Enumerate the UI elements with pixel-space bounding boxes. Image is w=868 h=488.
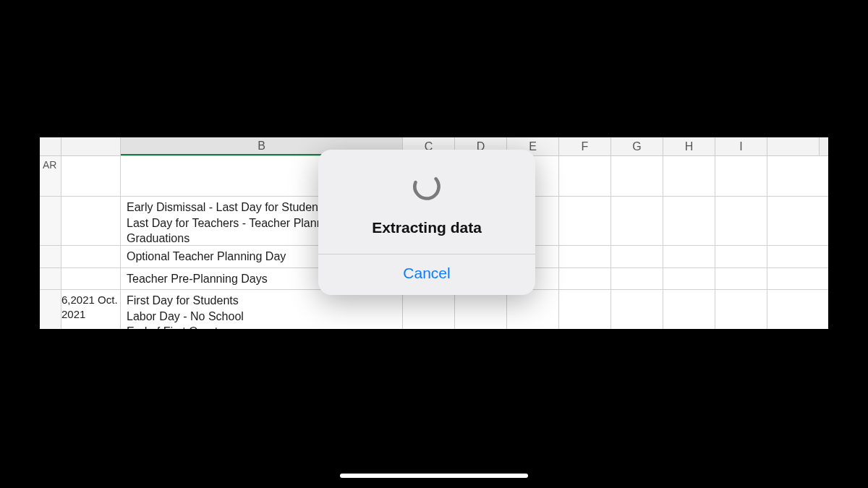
- cell-g[interactable]: [611, 290, 663, 329]
- row-header[interactable]: AR: [40, 156, 61, 196]
- cell-h[interactable]: [663, 156, 715, 196]
- cell-text: First Day for Students Labor Day - No Sc…: [127, 294, 244, 329]
- cell-i[interactable]: [715, 290, 767, 329]
- modal-title: Extracting data: [372, 219, 482, 236]
- row-header[interactable]: [40, 268, 61, 290]
- col-header-i[interactable]: I: [715, 137, 767, 155]
- cell-a[interactable]: [61, 197, 121, 245]
- cell-h[interactable]: [663, 246, 715, 267]
- cell-g[interactable]: [611, 246, 663, 267]
- cell-text: AR: [43, 159, 56, 171]
- row-header[interactable]: [40, 290, 61, 329]
- cell-a[interactable]: [61, 268, 121, 290]
- cell-e[interactable]: [507, 290, 559, 329]
- cell-d[interactable]: [455, 290, 507, 329]
- row-header[interactable]: [40, 197, 61, 245]
- cell-f[interactable]: [559, 290, 611, 329]
- cell-h[interactable]: [663, 290, 715, 329]
- col-header-trailing: [767, 137, 820, 155]
- cell-c[interactable]: [403, 290, 455, 329]
- modal-body: Extracting data: [318, 150, 535, 254]
- cell-f[interactable]: [559, 246, 611, 267]
- cell-g[interactable]: [611, 197, 663, 245]
- cell-a[interactable]: 6,2021 Oct. 2021: [61, 290, 121, 329]
- col-header-f[interactable]: F: [559, 137, 611, 155]
- cell-b[interactable]: First Day for Students Labor Day - No Sc…: [121, 290, 403, 329]
- cancel-button[interactable]: Cancel: [318, 254, 535, 295]
- spinner-icon: [410, 170, 443, 203]
- extracting-data-modal: Extracting data Cancel: [318, 150, 535, 295]
- cell-f[interactable]: [559, 197, 611, 245]
- table-row: 6,2021 Oct. 2021First Day for Students L…: [40, 290, 828, 329]
- cell-f[interactable]: [559, 268, 611, 290]
- cell-i[interactable]: [715, 156, 767, 196]
- svg-point-0: [410, 170, 443, 203]
- cell-g[interactable]: [611, 156, 663, 196]
- row-header[interactable]: [40, 246, 61, 267]
- cell-f[interactable]: [559, 156, 611, 196]
- select-all-corner[interactable]: [40, 137, 61, 155]
- cell-i[interactable]: [715, 197, 767, 245]
- cell-text: Early Dismissal - Last Day for Students …: [127, 201, 332, 244]
- col-header-a[interactable]: [61, 137, 121, 155]
- cell-a[interactable]: [61, 156, 121, 196]
- cell-h[interactable]: [663, 268, 715, 290]
- cell-i[interactable]: [715, 246, 767, 267]
- col-header-g[interactable]: G: [611, 137, 663, 155]
- col-header-h[interactable]: H: [663, 137, 715, 155]
- cell-a[interactable]: [61, 246, 121, 267]
- cell-i[interactable]: [715, 268, 767, 290]
- cell-h[interactable]: [663, 197, 715, 245]
- home-indicator[interactable]: [340, 474, 528, 478]
- cell-g[interactable]: [611, 268, 663, 290]
